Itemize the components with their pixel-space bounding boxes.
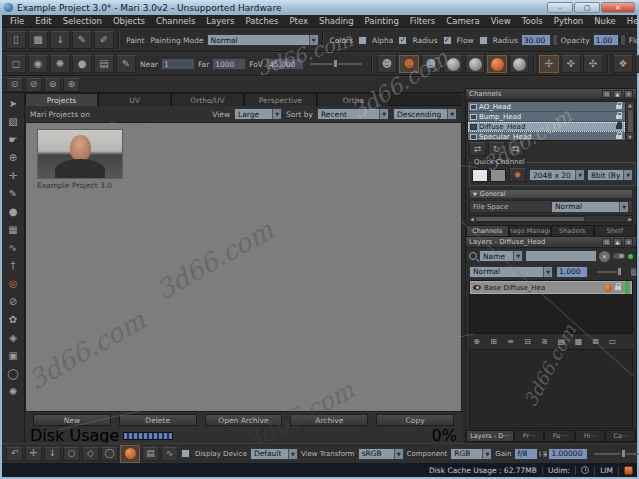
gain-value-input[interactable]: 1.00000 (548, 448, 588, 460)
snapshot-icon[interactable]: ▤ (142, 447, 159, 461)
sync-channel-icon[interactable]: ⇄ (469, 142, 486, 156)
menu-item-help[interactable]: Help (627, 16, 639, 26)
menu-item-filters[interactable]: Filters (410, 16, 435, 26)
layer-lock-icon[interactable] (615, 286, 621, 290)
delete-button[interactable]: Delete (119, 414, 197, 426)
project-thumbnail[interactable] (37, 129, 123, 179)
channel-row-diffuse-head[interactable]: Diffuse_Head (468, 122, 625, 132)
component-select[interactable]: RGB (450, 448, 492, 460)
patch-tool-icon[interactable]: ▣ (4, 347, 22, 364)
menu-item-objects[interactable]: Objects (113, 16, 145, 26)
refresh-channel-icon[interactable]: ↻ (488, 142, 505, 156)
merge-layers-icon[interactable]: ≋ (537, 336, 552, 348)
palette-dock-icon[interactable]: ⊡ (602, 238, 611, 246)
geometry-icon[interactable]: ◻ (6, 55, 26, 73)
tab-perspective[interactable]: Perspective (244, 93, 317, 106)
mirror-y-icon[interactable]: ✣ (583, 55, 603, 73)
menu-item-tools[interactable]: Tools (522, 16, 543, 26)
paint-target-tool-icon[interactable]: ◎ (4, 275, 22, 292)
lights-icon[interactable]: ✺ (50, 55, 70, 73)
near-input[interactable]: 1 (161, 58, 195, 70)
clone-tool-icon[interactable]: ◈ (4, 329, 22, 346)
move-view-icon[interactable]: ✛ (25, 447, 42, 461)
create-channel-icon[interactable]: ✸ (509, 168, 526, 182)
tab-patches[interactable]: Pa··· (544, 430, 575, 442)
symmetry-off-icon[interactable]: ✢ (539, 55, 559, 73)
fov-slider[interactable] (310, 63, 362, 65)
orbit-view-icon[interactable]: ◯ (101, 447, 118, 461)
palette-collapse-icon[interactable]: ▲ (613, 90, 622, 98)
ellipse-tool-icon[interactable]: ◯ (4, 365, 22, 382)
tab-history[interactable]: Hi··· (575, 430, 606, 442)
head-shaded-icon[interactable]: ☻ (377, 55, 397, 73)
gradient-tool-icon[interactable]: ✺ (4, 383, 22, 400)
menu-item-nuke[interactable]: Nuke (594, 16, 616, 26)
menu-item-shading[interactable]: Shading (319, 16, 354, 26)
color-managed-checkbox[interactable] (181, 449, 190, 458)
add-layer-icon[interactable]: ⊕ (469, 336, 484, 348)
tab-ortho[interactable]: Ortho (317, 93, 390, 106)
paint-through-icon[interactable]: ⊙ (6, 78, 23, 92)
opacity-spinner[interactable] (620, 34, 626, 46)
palette-collapse-icon[interactable]: ▲ (613, 238, 622, 246)
environment-lighting-icon[interactable] (509, 55, 529, 73)
menu-item-channels[interactable]: Channels (156, 16, 195, 26)
full-lighting-icon[interactable] (487, 55, 507, 73)
tab-image-manager[interactable]: Image Manager (509, 225, 552, 237)
order-select[interactable]: Descending (393, 108, 457, 120)
flow-checkbox[interactable] (479, 36, 488, 45)
layer-opacity-input[interactable]: 1.000 (556, 266, 588, 278)
menu-item-patches[interactable]: Patches (245, 16, 278, 26)
head-wireframe-icon[interactable]: ☻ (421, 55, 441, 73)
blend-mode-select[interactable]: Normal (469, 266, 553, 278)
rotate-view-icon[interactable]: ○ (63, 447, 80, 461)
radius-checkbox[interactable]: ✓ (443, 36, 452, 45)
lock-layer-button[interactable]: ▢ (630, 267, 637, 277)
display-device-select[interactable]: Default (250, 448, 298, 460)
general-section-header[interactable]: ▼ General (469, 189, 633, 199)
layer-visibility-icon[interactable] (473, 285, 481, 290)
layer-row-base-diffuse[interactable]: Base Diffuse_Hea (470, 281, 632, 294)
head-textured-icon[interactable]: ☻ (399, 55, 419, 73)
gain-fstop-input[interactable]: f/8 (514, 448, 538, 460)
fov-input[interactable]: 45.000 (266, 58, 304, 70)
color-swatch-white[interactable] (472, 169, 488, 182)
lock-icon[interactable] (616, 115, 622, 119)
sort-select[interactable]: Recent (317, 108, 389, 120)
filter-field-select[interactable]: Name (479, 250, 523, 262)
view-transform-select[interactable]: sRGB (358, 448, 404, 460)
delete-layer-icon[interactable]: ⊠ (588, 336, 603, 348)
radius-spinner[interactable] (552, 34, 558, 46)
archive-button[interactable]: Archive (290, 414, 368, 426)
paint-blend-icon[interactable]: ⊘ (25, 78, 42, 92)
projector-icon[interactable]: ◉ (28, 55, 48, 73)
channels-hscrollbar[interactable]: ◀▶ (469, 215, 633, 223)
view-select[interactable]: Large (234, 108, 282, 120)
maximize-button[interactable]: ▢ (574, 2, 600, 13)
file-space-select[interactable]: Normal (551, 201, 629, 213)
tab-uv[interactable]: UV (98, 93, 171, 106)
mirror-x-icon[interactable]: ✜ (561, 55, 581, 73)
flat-lighting-icon[interactable] (443, 55, 463, 73)
add-adjustment-icon[interactable]: ≡ (503, 336, 518, 348)
palette-close-icon[interactable]: ✕ (624, 90, 633, 98)
channels-palette-titlebar[interactable]: Channels ⊡ ▲ ✕ (466, 89, 636, 100)
menu-item-python[interactable]: Python (554, 16, 583, 26)
menu-item-file[interactable]: File (10, 16, 24, 26)
pan-down-icon[interactable]: ↓ (44, 447, 61, 461)
menu-item-layers[interactable]: Layers (206, 16, 234, 26)
color-curve-icon[interactable]: ∿ (161, 447, 178, 461)
menu-item-ptex[interactable]: Ptex (289, 16, 308, 26)
open-archive-button[interactable]: Open Archive (205, 414, 283, 426)
channels-scrollbar[interactable]: ▲▼ (625, 102, 634, 140)
add-group-icon[interactable]: ⊞ (486, 336, 501, 348)
gain-slider[interactable] (594, 453, 638, 455)
mask-tool-icon[interactable]: ⊘ (4, 293, 22, 310)
roll-view-icon[interactable]: ◇ (82, 447, 99, 461)
shaded-sphere-icon[interactable] (120, 445, 140, 463)
colors-checkbox[interactable] (358, 36, 367, 45)
tab-projectors[interactable]: Pr··· (514, 430, 545, 442)
tab-shaders[interactable]: Shaders (551, 225, 594, 237)
palette-close-icon[interactable]: ✕ (624, 238, 633, 246)
copy-button[interactable]: Copy (376, 414, 454, 426)
